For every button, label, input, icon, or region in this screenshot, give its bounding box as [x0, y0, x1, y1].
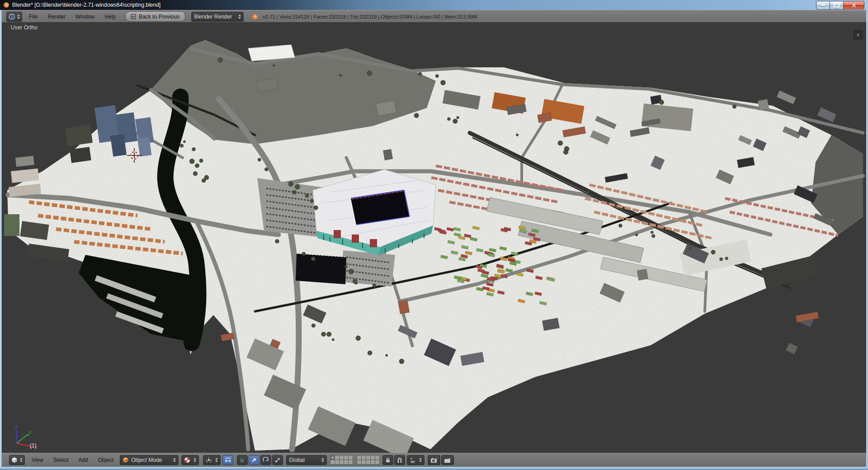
maximize-icon	[834, 3, 840, 8]
pivot-median-icon	[206, 457, 212, 463]
plus-icon: +	[856, 32, 860, 38]
minimize-button[interactable]	[816, 1, 830, 9]
magnet-icon	[396, 457, 403, 463]
snap-element-select[interactable]	[407, 455, 425, 465]
menu-file[interactable]: File	[24, 14, 42, 20]
orientation-value: Global	[289, 457, 305, 463]
viewport-shading-select[interactable]	[181, 455, 199, 465]
window-border-bottom	[0, 467, 868, 470]
menu-object[interactable]: Object	[93, 457, 119, 463]
scene-statistics: v2.71 | Verts:314129 | Faces:232318 | Tr…	[263, 14, 477, 19]
layer-cell[interactable]	[375, 460, 380, 465]
blender-window: Blender* [G:\Blender\blender-2.71-window…	[0, 0, 868, 470]
layers-widget[interactable]	[330, 456, 381, 465]
menu-render[interactable]: Render	[42, 14, 70, 20]
back-arrow-icon	[129, 14, 136, 19]
editor-type-button-info[interactable]	[6, 12, 22, 22]
back-to-previous-label: Back to Previous	[139, 14, 179, 20]
window-title: Blender* [G:\Blender\blender-2.71-window…	[12, 2, 160, 8]
lock-to-scene-toggle[interactable]	[382, 455, 393, 465]
minimize-icon	[821, 5, 825, 6]
axis-tripod-icon	[239, 457, 245, 463]
menu-add[interactable]: Add	[73, 457, 93, 463]
object-mode-icon	[123, 457, 129, 463]
opengl-render-animation-button[interactable]	[441, 455, 454, 465]
manipulator-scale-button[interactable]	[272, 455, 283, 465]
transform-orientation-select[interactable]: Global	[286, 455, 327, 465]
lock-icon	[385, 457, 391, 463]
editor-type-button-3dview[interactable]	[9, 455, 25, 465]
center-points-icon	[224, 457, 231, 463]
axis-z-label: z	[15, 424, 18, 430]
shading-textured-icon	[184, 457, 190, 463]
clapperboard-icon	[444, 457, 451, 463]
menu-help[interactable]: Help	[99, 14, 121, 20]
render-camera-icon	[430, 457, 438, 463]
scale-icon	[274, 457, 281, 463]
translate-icon	[251, 457, 257, 463]
axis-y-label: y	[29, 429, 32, 435]
title-bar[interactable]: Blender* [G:\Blender\blender-2.71-window…	[0, 0, 868, 10]
blender-logo-icon	[250, 13, 258, 20]
active-layer-indicator: (1)	[30, 442, 37, 449]
maximize-button[interactable]	[830, 1, 844, 9]
manipulator-toggle[interactable]	[237, 455, 248, 465]
region-expand-button[interactable]: +	[854, 30, 863, 39]
layers-group-1[interactable]	[330, 456, 353, 465]
blender-app-icon	[2, 1, 9, 9]
menu-select[interactable]: Select	[48, 457, 73, 463]
viewport-header: View Select Add Object Object Mode	[2, 453, 866, 467]
opengl-render-image-button[interactable]	[428, 455, 440, 465]
manipulator-translate-button[interactable]	[249, 455, 259, 465]
3d-view-editor-icon	[11, 457, 18, 463]
rotate-icon	[263, 457, 269, 463]
view-name-label: User Ortho	[11, 24, 38, 31]
manipulator-rotate-button[interactable]	[260, 455, 271, 465]
manipulate-center-points-toggle[interactable]	[222, 455, 233, 465]
render-engine-select[interactable]: Blender Render	[191, 12, 244, 22]
close-button[interactable]	[844, 1, 864, 9]
pivot-point-select[interactable]	[203, 455, 221, 465]
window-border-left	[0, 10, 2, 470]
mode-value: Object Mode	[131, 457, 162, 463]
snap-toggle[interactable]	[394, 455, 405, 465]
menu-view[interactable]: View	[27, 457, 48, 463]
window-border-right	[866, 10, 868, 470]
3d-viewport[interactable]: z y x User Ortho (1) +	[2, 22, 866, 453]
info-editor-icon	[9, 14, 15, 20]
layers-group-2[interactable]	[357, 456, 380, 465]
menu-window[interactable]: Window	[71, 14, 100, 20]
back-to-previous-button[interactable]: Back to Previous	[125, 11, 185, 22]
viewport-scene: z y x	[2, 22, 866, 453]
snap-increment-icon	[410, 457, 416, 463]
close-icon	[851, 3, 856, 8]
layer-cell[interactable]	[348, 460, 353, 465]
render-engine-value: Blender Render	[194, 14, 232, 20]
mode-select[interactable]: Object Mode	[120, 455, 179, 465]
info-editor-header: File Render Window Help Back to Previous…	[2, 10, 866, 23]
